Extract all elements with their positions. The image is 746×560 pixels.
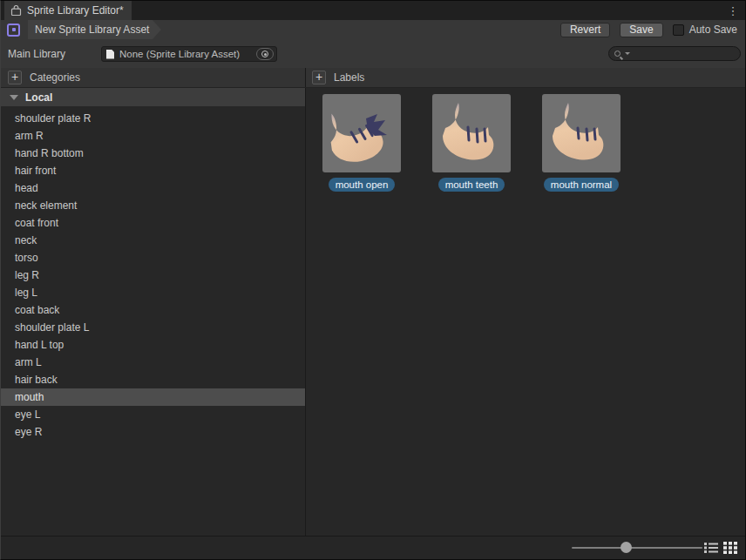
sprite-library-asset-icon (7, 24, 20, 37)
content-area: Local shoulder plate R arm R hand R bott… (1, 88, 745, 537)
local-group-label: Local (25, 91, 52, 104)
mouth-open-sprite (322, 94, 401, 172)
category-row[interactable]: shoulder plate L (1, 319, 305, 336)
mouth-teeth-sprite (432, 94, 511, 172)
category-row[interactable]: coat back (1, 301, 305, 319)
panel-headers: + Categories + Labels (1, 68, 745, 88)
main-library-label: Main Library (8, 39, 65, 68)
category-row[interactable]: arm R (1, 127, 305, 145)
categories-panel: Local shoulder plate R arm R hand R bott… (1, 88, 306, 537)
tab-bar: Sprite Library Editor* ⋮ (1, 1, 745, 20)
label-item: mouth open (322, 94, 401, 192)
category-row[interactable]: arm L (1, 354, 305, 371)
auto-save-group: Auto Save (673, 24, 737, 36)
sprite-thumbnail-mouth-open[interactable] (322, 94, 401, 172)
main-library-row: Main Library None (Sprite Library Asset) (1, 39, 745, 68)
main-library-object-field[interactable]: None (Sprite Library Asset) (101, 46, 277, 62)
file-icon (106, 50, 114, 59)
category-row[interactable]: coat front (1, 214, 305, 232)
category-row[interactable]: leg R (1, 267, 305, 284)
sprite-library-editor-window: Sprite Library Editor* ⋮ New Sprite Libr… (0, 0, 746, 560)
thumbnail-size-slider[interactable] (572, 547, 702, 549)
search-filter-caret-icon[interactable] (625, 52, 630, 55)
category-row[interactable]: eye L (1, 406, 305, 423)
category-row[interactable]: hair front (1, 162, 305, 179)
category-list: shoulder plate R arm R hand R bottom hai… (1, 110, 305, 441)
label-item: mouth teeth (432, 94, 511, 192)
tab-sprite-library-editor[interactable]: Sprite Library Editor* (4, 1, 132, 20)
category-row[interactable]: hand L top (1, 336, 305, 354)
save-button[interactable]: Save (620, 23, 662, 37)
label-pill[interactable]: mouth open (329, 178, 396, 192)
labels-title: Labels (334, 71, 364, 84)
object-picker-button[interactable] (256, 48, 274, 60)
toolbar-right-group: Revert Save Auto Save (560, 23, 737, 37)
breadcrumb-label: New Sprite Library Asset (35, 24, 149, 36)
auto-save-label: Auto Save (689, 24, 737, 36)
revert-button[interactable]: Revert (560, 23, 610, 37)
foldout-triangle-icon[interactable] (10, 95, 18, 100)
category-row[interactable]: eye R (1, 423, 305, 441)
mouth-normal-sprite (542, 94, 621, 172)
breadcrumb[interactable]: New Sprite Library Asset (28, 20, 153, 39)
library-icon (10, 5, 22, 17)
auto-save-checkbox[interactable] (673, 24, 684, 36)
kebab-menu-icon[interactable]: ⋮ (726, 1, 740, 20)
search-field[interactable] (608, 46, 741, 61)
list-view-icon[interactable] (704, 542, 718, 554)
toolbar: New Sprite Library Asset Revert Save Aut… (1, 20, 745, 39)
label-pill[interactable]: mouth normal (544, 178, 619, 192)
category-row[interactable]: hand R bottom (1, 145, 305, 162)
bottom-bar (1, 536, 745, 559)
label-item: mouth normal (542, 94, 621, 192)
categories-header: + Categories (1, 68, 306, 87)
sprite-thumbnail-mouth-normal[interactable] (542, 94, 621, 172)
search-input[interactable] (632, 48, 740, 59)
category-row[interactable]: neck (1, 232, 305, 249)
category-row[interactable]: leg L (1, 284, 305, 301)
labels-panel: mouth open mout (306, 88, 745, 537)
add-label-button[interactable]: + (312, 71, 326, 84)
labels-header: + Labels (306, 68, 745, 87)
category-row-selected[interactable]: mouth (1, 388, 305, 406)
sprite-thumbnail-mouth-teeth[interactable] (432, 94, 511, 172)
categories-title: Categories (30, 71, 80, 84)
category-row[interactable]: head (1, 179, 305, 197)
category-row[interactable]: torso (1, 249, 305, 267)
main-library-value: None (Sprite Library Asset) (119, 49, 256, 59)
category-row[interactable]: hair back (1, 371, 305, 388)
local-foldout-row[interactable]: Local (1, 88, 305, 106)
search-icon (614, 51, 621, 57)
slider-thumb[interactable] (621, 542, 632, 553)
category-row[interactable]: shoulder plate R (1, 110, 305, 127)
category-row[interactable]: neck element (1, 197, 305, 214)
tab-title: Sprite Library Editor* (27, 4, 124, 17)
add-category-button[interactable]: + (8, 71, 22, 84)
object-picker-icon (261, 51, 268, 57)
grid-view-icon[interactable] (723, 542, 737, 554)
label-pill[interactable]: mouth teeth (438, 178, 505, 192)
